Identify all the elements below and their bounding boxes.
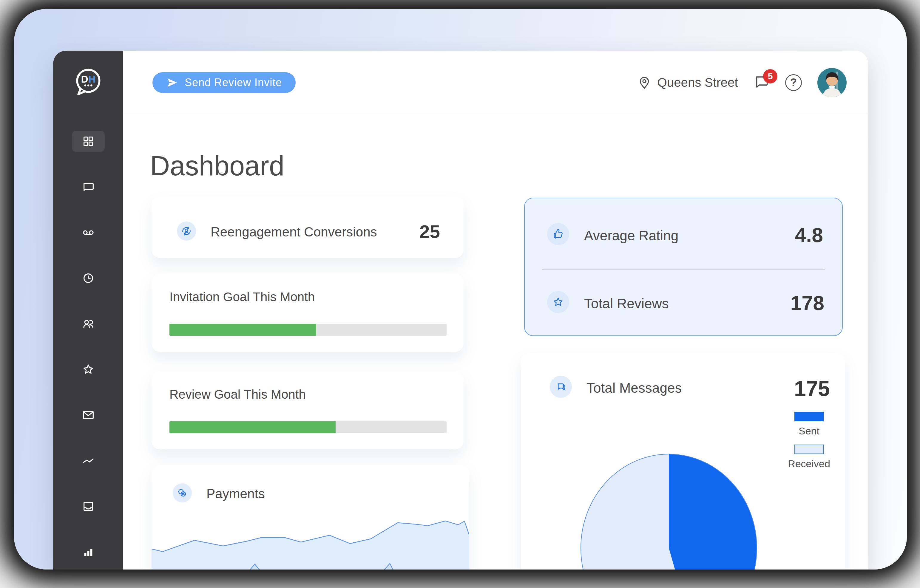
- total-reviews-label: Total Reviews: [584, 296, 669, 312]
- envelope-icon: [81, 408, 95, 422]
- star-outline-icon: [552, 296, 564, 308]
- coins-icon: [177, 487, 188, 499]
- payments-area-chart: [152, 507, 469, 570]
- sidebar-item-voicemail[interactable]: [72, 222, 105, 243]
- sidebar-item-messages[interactable]: [72, 176, 105, 197]
- average-rating-value: 4.8: [795, 223, 823, 247]
- inbox-tray-icon: [81, 499, 95, 513]
- main-area: Send Review Invite Queens Street: [123, 51, 868, 570]
- paper-plane-icon: [166, 77, 178, 89]
- reengagement-conversions-card: Reengagement Conversions 25: [152, 197, 463, 258]
- payments-label: Payments: [206, 486, 265, 501]
- logo-speech-bubble-icon: D H: [73, 66, 104, 97]
- reengagement-value: 25: [420, 221, 440, 242]
- help-button[interactable]: ?: [785, 74, 802, 91]
- invitation-goal-progress-fill: [169, 324, 316, 336]
- sidebar-item-dashboard[interactable]: [72, 131, 105, 152]
- help-glyph: ?: [790, 76, 797, 89]
- rating-summary-card: Average Rating 4.8 Total Reviews 178: [524, 198, 843, 336]
- total-reviews-icon-bubble: [547, 291, 569, 313]
- payments-card: Payments: [152, 465, 469, 570]
- location-pin-icon: [637, 75, 652, 90]
- invitation-goal-label: Invitation Goal This Month: [169, 290, 315, 304]
- topbar-right-group: Queens Street 5 ?: [637, 51, 847, 114]
- review-goal-label: Review Goal This Month: [169, 387, 306, 402]
- page-title: Dashboard: [150, 150, 284, 182]
- sidebar-item-reports[interactable]: [72, 541, 105, 562]
- chat-bubble-icon: [81, 180, 95, 194]
- sidebar-item-inbox[interactable]: [72, 496, 105, 517]
- dashboard-grid-icon: [81, 134, 95, 148]
- sidebar-item-history[interactable]: [72, 268, 105, 289]
- sidebar-item-contacts[interactable]: [72, 313, 105, 334]
- app-logo[interactable]: D H: [73, 66, 104, 99]
- invitation-goal-card: Invitation Goal This Month: [152, 274, 463, 352]
- sidebar-item-reviews[interactable]: [72, 359, 105, 380]
- total-reviews-value: 178: [790, 291, 824, 315]
- trend-line-icon: [81, 454, 95, 468]
- location-selector[interactable]: Queens Street: [637, 75, 738, 90]
- payments-icon-bubble: [173, 483, 192, 502]
- logo-letter-h: H: [88, 74, 96, 85]
- send-review-invite-label: Send Review Invite: [185, 76, 282, 89]
- user-avatar[interactable]: [817, 68, 847, 97]
- clock-icon: [81, 271, 95, 285]
- notification-badge: 5: [763, 69, 777, 84]
- notifications-button[interactable]: 5: [753, 74, 769, 91]
- send-review-invite-button[interactable]: Send Review Invite: [152, 72, 296, 93]
- review-goal-progress-fill: [169, 421, 335, 433]
- bar-chart-icon: [81, 545, 95, 559]
- average-rating-label: Average Rating: [584, 228, 679, 244]
- reengagement-users-refresh-icon: [180, 225, 193, 237]
- logo-letter-d: D: [81, 74, 88, 85]
- star-icon: [81, 363, 95, 376]
- messages-pie-chart: [521, 353, 845, 570]
- thumbs-up-icon: [552, 228, 564, 240]
- app-window: D H: [53, 51, 868, 570]
- review-goal-card: Review Goal This Month: [152, 371, 463, 449]
- topbar: Send Review Invite Queens Street: [123, 51, 868, 114]
- sidebar-item-analytics[interactable]: [72, 450, 105, 471]
- location-label: Queens Street: [657, 76, 738, 90]
- review-goal-progress-track: [169, 421, 447, 433]
- screenshot-stage: D H: [0, 0, 920, 588]
- voicemail-icon: [81, 226, 95, 239]
- reengagement-icon-bubble: [177, 221, 196, 241]
- reengagement-label: Reengagement Conversions: [211, 225, 377, 239]
- invitation-goal-progress-track: [169, 324, 447, 336]
- average-rating-icon-bubble: [547, 223, 569, 245]
- total-messages-card: Total Messages 175 Sent Received: [521, 353, 845, 570]
- card-divider: [542, 269, 825, 270]
- sidebar: D H: [53, 51, 123, 570]
- people-icon: [81, 317, 95, 331]
- sidebar-item-email[interactable]: [72, 405, 105, 425]
- avatar-image: [817, 68, 847, 97]
- background-panel: D H: [14, 9, 907, 570]
